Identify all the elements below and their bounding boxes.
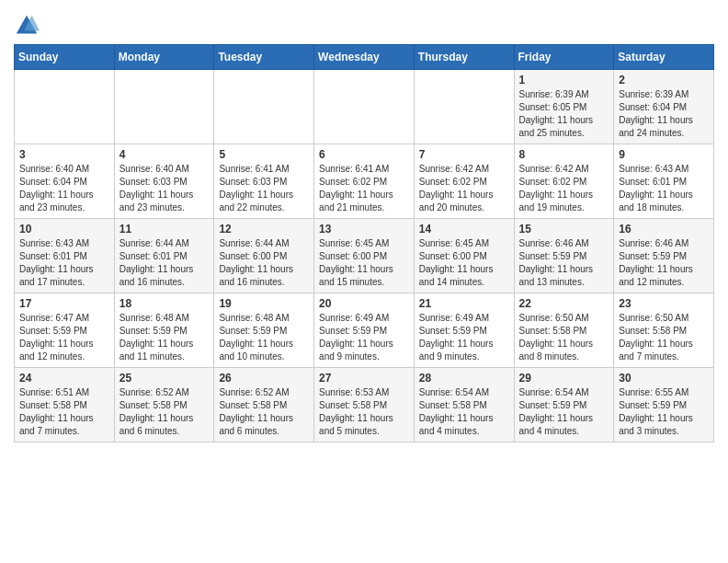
day-info: Sunrise: 6:52 AM Sunset: 5:58 PM Dayligh… [119,386,210,438]
day-number: 21 [419,297,509,310]
calendar-cell: 13Sunrise: 6:45 AM Sunset: 6:00 PM Dayli… [314,219,415,293]
day-number: 19 [219,297,309,310]
day-info: Sunrise: 6:43 AM Sunset: 6:01 PM Dayligh… [619,163,709,214]
day-info: Sunrise: 6:48 AM Sunset: 5:59 PM Dayligh… [119,312,210,363]
day-info: Sunrise: 6:52 AM Sunset: 5:58 PM Dayligh… [219,386,309,438]
day-number: 30 [619,372,709,385]
day-number: 29 [519,372,609,385]
calendar-cell: 14Sunrise: 6:45 AM Sunset: 6:00 PM Dayli… [414,219,514,293]
calendar-cell: 8Sunrise: 6:42 AM Sunset: 6:02 PM Daylig… [514,144,614,219]
day-header-monday: Monday [114,45,214,70]
day-number: 13 [319,223,409,236]
header [14,9,714,39]
day-number: 6 [319,148,409,161]
week-row-3: 10Sunrise: 6:43 AM Sunset: 6:01 PM Dayli… [15,219,714,293]
day-header-thursday: Thursday [414,45,514,70]
day-header-sunday: Sunday [15,45,115,70]
day-number: 3 [19,148,109,161]
day-number: 8 [519,148,609,161]
week-row-5: 24Sunrise: 6:51 AM Sunset: 5:58 PM Dayli… [15,368,714,442]
day-number: 17 [19,297,109,310]
day-info: Sunrise: 6:44 AM Sunset: 6:01 PM Dayligh… [119,237,210,289]
day-info: Sunrise: 6:43 AM Sunset: 6:01 PM Dayligh… [19,237,109,289]
day-info: Sunrise: 6:54 AM Sunset: 5:58 PM Dayligh… [419,386,509,438]
day-number: 15 [519,223,609,236]
calendar-cell: 25Sunrise: 6:52 AM Sunset: 5:58 PM Dayli… [114,368,214,442]
day-number: 20 [319,297,409,310]
day-number: 23 [619,297,709,310]
day-info: Sunrise: 6:51 AM Sunset: 5:58 PM Dayligh… [19,386,109,438]
day-number: 16 [619,223,709,236]
calendar-cell: 28Sunrise: 6:54 AM Sunset: 5:58 PM Dayli… [414,368,514,442]
day-number: 4 [119,148,210,161]
calendar-cell: 30Sunrise: 6:55 AM Sunset: 5:59 PM Dayli… [614,368,714,442]
day-number: 28 [419,372,509,385]
calendar-cell: 10Sunrise: 6:43 AM Sunset: 6:01 PM Dayli… [15,219,115,293]
calendar-cell: 3Sunrise: 6:40 AM Sunset: 6:04 PM Daylig… [15,144,115,219]
calendar-cell [114,70,214,144]
day-number: 9 [619,148,709,161]
logo-icon [14,13,40,39]
calendar-cell: 12Sunrise: 6:44 AM Sunset: 6:00 PM Dayli… [214,219,314,293]
day-number: 24 [19,372,109,385]
day-info: Sunrise: 6:50 AM Sunset: 5:58 PM Dayligh… [519,312,609,363]
calendar-cell: 26Sunrise: 6:52 AM Sunset: 5:58 PM Dayli… [214,368,314,442]
calendar-cell [15,70,115,144]
day-number: 10 [19,223,109,236]
calendar-cell: 22Sunrise: 6:50 AM Sunset: 5:58 PM Dayli… [514,293,614,368]
day-info: Sunrise: 6:49 AM Sunset: 5:59 PM Dayligh… [319,312,409,363]
day-number: 14 [419,223,509,236]
calendar-cell: 16Sunrise: 6:46 AM Sunset: 5:59 PM Dayli… [614,219,714,293]
calendar-cell: 1Sunrise: 6:39 AM Sunset: 6:05 PM Daylig… [514,70,614,144]
calendar-cell: 23Sunrise: 6:50 AM Sunset: 5:58 PM Dayli… [614,293,714,368]
day-info: Sunrise: 6:54 AM Sunset: 5:59 PM Dayligh… [519,386,609,438]
logo [14,13,43,39]
week-row-4: 17Sunrise: 6:47 AM Sunset: 5:59 PM Dayli… [15,293,714,368]
calendar-cell: 2Sunrise: 6:39 AM Sunset: 6:04 PM Daylig… [614,70,714,144]
days-header-row: SundayMondayTuesdayWednesdayThursdayFrid… [15,45,714,70]
day-header-wednesday: Wednesday [314,45,415,70]
day-number: 1 [519,74,609,86]
calendar-cell: 17Sunrise: 6:47 AM Sunset: 5:59 PM Dayli… [15,293,115,368]
week-row-2: 3Sunrise: 6:40 AM Sunset: 6:04 PM Daylig… [15,144,714,219]
day-info: Sunrise: 6:53 AM Sunset: 5:58 PM Dayligh… [319,386,409,438]
day-header-saturday: Saturday [614,45,714,70]
calendar-cell: 11Sunrise: 6:44 AM Sunset: 6:01 PM Dayli… [114,219,214,293]
calendar-cell: 5Sunrise: 6:41 AM Sunset: 6:03 PM Daylig… [214,144,314,219]
day-info: Sunrise: 6:44 AM Sunset: 6:00 PM Dayligh… [219,237,309,289]
day-number: 5 [219,148,309,161]
day-info: Sunrise: 6:39 AM Sunset: 6:05 PM Dayligh… [519,88,609,140]
calendar-cell [414,70,514,144]
day-number: 18 [119,297,210,310]
day-header-tuesday: Tuesday [214,45,314,70]
day-number: 7 [419,148,509,161]
calendar-cell: 6Sunrise: 6:41 AM Sunset: 6:02 PM Daylig… [314,144,415,219]
calendar-cell: 18Sunrise: 6:48 AM Sunset: 5:59 PM Dayli… [114,293,214,368]
day-info: Sunrise: 6:39 AM Sunset: 6:04 PM Dayligh… [619,88,709,140]
calendar-cell: 27Sunrise: 6:53 AM Sunset: 5:58 PM Dayli… [314,368,415,442]
day-info: Sunrise: 6:40 AM Sunset: 6:03 PM Dayligh… [119,163,210,214]
day-number: 27 [319,372,409,385]
day-header-friday: Friday [514,45,614,70]
day-info: Sunrise: 6:41 AM Sunset: 6:03 PM Dayligh… [219,163,309,214]
day-info: Sunrise: 6:42 AM Sunset: 6:02 PM Dayligh… [419,163,509,214]
day-info: Sunrise: 6:50 AM Sunset: 5:58 PM Dayligh… [619,312,709,363]
day-info: Sunrise: 6:45 AM Sunset: 6:00 PM Dayligh… [319,237,409,289]
day-number: 12 [219,223,309,236]
day-number: 26 [219,372,309,385]
week-row-1: 1Sunrise: 6:39 AM Sunset: 6:05 PM Daylig… [15,70,714,144]
day-info: Sunrise: 6:42 AM Sunset: 6:02 PM Dayligh… [519,163,609,214]
day-info: Sunrise: 6:55 AM Sunset: 5:59 PM Dayligh… [619,386,709,438]
calendar-cell: 9Sunrise: 6:43 AM Sunset: 6:01 PM Daylig… [614,144,714,219]
calendar-cell: 4Sunrise: 6:40 AM Sunset: 6:03 PM Daylig… [114,144,214,219]
day-number: 2 [619,74,709,86]
day-info: Sunrise: 6:48 AM Sunset: 5:59 PM Dayligh… [219,312,309,363]
calendar-cell [314,70,415,144]
day-info: Sunrise: 6:41 AM Sunset: 6:02 PM Dayligh… [319,163,409,214]
calendar-cell: 24Sunrise: 6:51 AM Sunset: 5:58 PM Dayli… [15,368,115,442]
day-info: Sunrise: 6:47 AM Sunset: 5:59 PM Dayligh… [19,312,109,363]
calendar-cell: 7Sunrise: 6:42 AM Sunset: 6:02 PM Daylig… [414,144,514,219]
calendar-cell: 15Sunrise: 6:46 AM Sunset: 5:59 PM Dayli… [514,219,614,293]
day-info: Sunrise: 6:46 AM Sunset: 5:59 PM Dayligh… [519,237,609,289]
calendar-cell: 21Sunrise: 6:49 AM Sunset: 5:59 PM Dayli… [414,293,514,368]
